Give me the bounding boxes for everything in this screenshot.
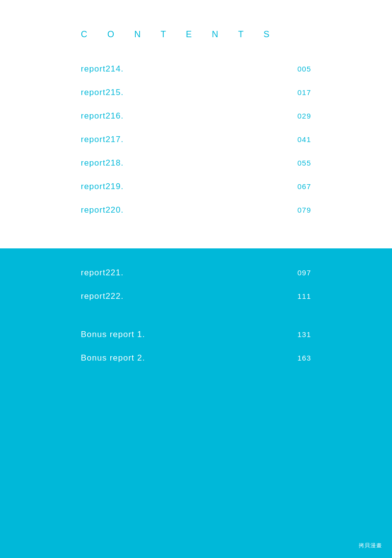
toc-label: report216. — [81, 111, 124, 121]
toc-label: Bonus report 1. — [81, 330, 145, 340]
toc-label: report219. — [81, 182, 124, 192]
toc-row: report214.005 — [81, 64, 311, 74]
page: C O N T E N T S report214.005report215.0… — [0, 0, 392, 558]
toc-label: report222. — [81, 291, 124, 301]
toc-label: report218. — [81, 158, 124, 168]
toc-page: 055 — [297, 159, 311, 167]
blue-toc-list: report221.097report222.111 — [81, 268, 311, 301]
toc-label: report221. — [81, 268, 124, 278]
toc-page: 029 — [297, 112, 311, 120]
toc-page: 079 — [297, 206, 311, 214]
white-toc-list: report214.005report215.017report216.029r… — [81, 64, 311, 215]
toc-page: 111 — [297, 292, 311, 300]
toc-row: report216.029 — [81, 111, 311, 121]
toc-row: report217.041 — [81, 135, 311, 145]
toc-row: report222.111 — [81, 291, 311, 301]
contents-title: C O N T E N T S — [81, 29, 311, 40]
toc-page: 041 — [297, 135, 311, 144]
toc-row: report219.067 — [81, 182, 311, 192]
toc-label: report214. — [81, 64, 124, 74]
bonus-toc-list: Bonus report 1.131Bonus report 2.163 — [81, 330, 311, 363]
toc-label: report217. — [81, 135, 124, 145]
toc-page: 005 — [297, 65, 311, 73]
toc-row: report218.055 — [81, 158, 311, 168]
toc-label: report215. — [81, 88, 124, 97]
toc-row: report220.079 — [81, 205, 311, 215]
toc-row: report221.097 — [81, 268, 311, 278]
toc-label: Bonus report 2. — [81, 353, 145, 363]
blue-section: report221.097report222.111 Bonus report … — [0, 248, 392, 558]
bonus-spacer — [81, 315, 311, 330]
toc-page: 131 — [297, 330, 311, 339]
watermark: 拷貝漫畫 — [359, 542, 382, 549]
toc-row: Bonus report 2.163 — [81, 353, 311, 363]
white-section: C O N T E N T S report214.005report215.0… — [0, 0, 392, 248]
toc-page: 097 — [297, 268, 311, 277]
toc-page: 017 — [297, 88, 311, 97]
toc-page: 067 — [297, 182, 311, 191]
toc-label: report220. — [81, 205, 124, 215]
toc-page: 163 — [297, 354, 311, 362]
toc-row: Bonus report 1.131 — [81, 330, 311, 340]
toc-row: report215.017 — [81, 88, 311, 97]
